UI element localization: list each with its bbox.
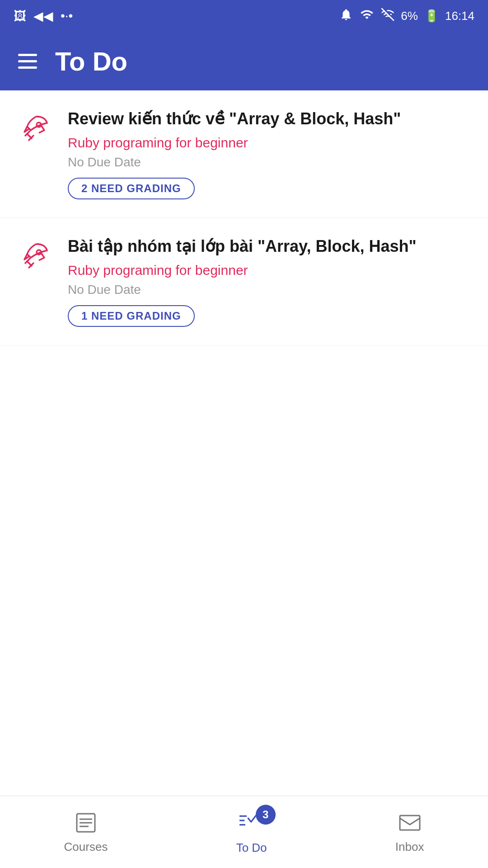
courses-label: Courses	[64, 840, 108, 854]
svg-rect-9	[400, 816, 420, 830]
task-details: Review kiến thức về "Array & Block, Hash…	[68, 108, 470, 199]
todo-badge: 3	[256, 805, 276, 825]
grading-badge[interactable]: 2 NEED GRADING	[68, 178, 195, 199]
task-due-date: No Due Date	[68, 155, 470, 170]
nav-item-todo[interactable]: 3 To Do	[236, 809, 267, 855]
bottom-navigation: Courses 3 To Do Inbox	[0, 796, 488, 868]
inbox-icon	[397, 810, 422, 835]
assignment-icon	[18, 239, 54, 275]
grading-badge[interactable]: 1 NEED GRADING	[68, 305, 195, 327]
todo-label: To Do	[236, 841, 267, 855]
courses-icon	[73, 810, 99, 835]
task-due-date: No Due Date	[68, 283, 470, 297]
menu-button[interactable]	[18, 54, 37, 69]
main-content: Review kiến thức về "Array & Block, Hash…	[0, 90, 488, 345]
inbox-label: Inbox	[395, 840, 424, 854]
nav-item-courses[interactable]: Courses	[64, 810, 108, 854]
task-course: Ruby programing for beginner	[68, 135, 470, 151]
status-bar: 🖼 ◀◀ •·• 6% 🔋 16:14	[0, 0, 488, 32]
task-title: Review kiến thức về "Array & Block, Hash…	[68, 108, 470, 130]
gallery-icon: 🖼	[14, 9, 26, 24]
signal-icon	[381, 8, 394, 24]
battery-text: 6%	[401, 9, 418, 23]
nav-item-inbox[interactable]: Inbox	[395, 810, 424, 854]
time: 16:14	[445, 9, 474, 23]
page-title: To Do	[55, 46, 127, 76]
status-bar-right: 6% 🔋 16:14	[339, 8, 474, 24]
assignment-icon	[18, 111, 54, 147]
list-item[interactable]: Review kiến thức về "Array & Block, Hash…	[0, 90, 488, 218]
wifi-icon	[359, 8, 375, 24]
back-icon: ◀◀	[33, 9, 53, 24]
more-icon: •·•	[61, 9, 73, 23]
status-bar-left: 🖼 ◀◀ •·•	[14, 9, 73, 24]
app-header: To Do	[0, 32, 488, 90]
task-title: Bài tập nhóm tại lớp bài "Array, Block, …	[68, 236, 470, 257]
task-details: Bài tập nhóm tại lớp bài "Array, Block, …	[68, 236, 470, 327]
battery-icon: 🔋	[424, 9, 439, 23]
list-item[interactable]: Bài tập nhóm tại lớp bài "Array, Block, …	[0, 218, 488, 345]
task-course: Ruby programing for beginner	[68, 263, 470, 278]
alarm-icon	[339, 8, 353, 24]
